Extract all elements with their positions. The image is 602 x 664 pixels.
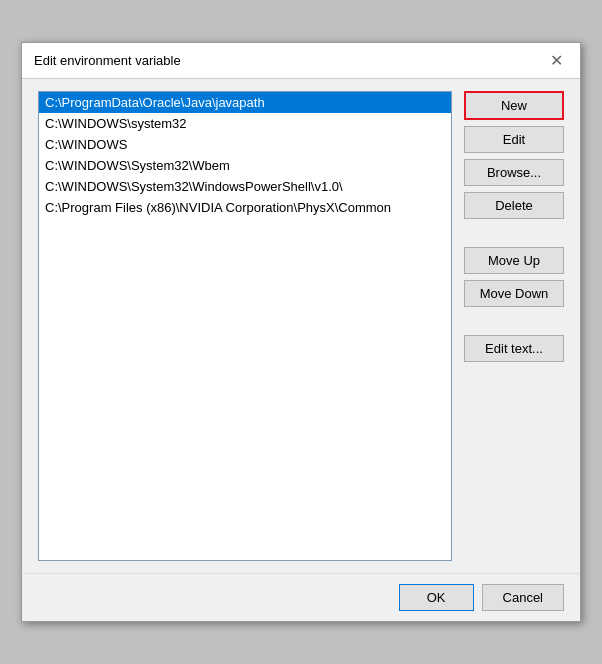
cancel-button[interactable]: Cancel	[482, 584, 564, 611]
new-button[interactable]: New	[464, 91, 564, 120]
spacer2	[464, 313, 564, 329]
list-item[interactable]: C:\WINDOWS\System32\Wbem	[39, 155, 451, 176]
browse-button[interactable]: Browse...	[464, 159, 564, 186]
list-item[interactable]: C:\WINDOWS	[39, 134, 451, 155]
delete-button[interactable]: Delete	[464, 192, 564, 219]
edit-text-button[interactable]: Edit text...	[464, 335, 564, 362]
list-item[interactable]: C:\WINDOWS\system32	[39, 113, 451, 134]
ok-button[interactable]: OK	[399, 584, 474, 611]
list-item[interactable]: C:\ProgramData\Oracle\Java\javapath	[39, 92, 451, 113]
close-button[interactable]: ✕	[544, 49, 568, 73]
title-bar: Edit environment variable ✕	[22, 43, 580, 79]
env-var-list[interactable]: C:\ProgramData\Oracle\Java\javapathC:\WI…	[38, 91, 452, 561]
spacer	[464, 225, 564, 241]
action-buttons-panel: New Edit Browse... Delete Move Up Move D…	[464, 91, 564, 561]
edit-button[interactable]: Edit	[464, 126, 564, 153]
list-item[interactable]: C:\WINDOWS\System32\WindowsPowerShell\v1…	[39, 176, 451, 197]
dialog-title: Edit environment variable	[34, 53, 181, 68]
edit-env-var-dialog: Edit environment variable ✕ C:\ProgramDa…	[21, 42, 581, 622]
dialog-footer: OK Cancel	[22, 573, 580, 621]
move-up-button[interactable]: Move Up	[464, 247, 564, 274]
list-item[interactable]: C:\Program Files (x86)\NVIDIA Corporatio…	[39, 197, 451, 218]
dialog-body: C:\ProgramData\Oracle\Java\javapathC:\WI…	[22, 79, 580, 573]
move-down-button[interactable]: Move Down	[464, 280, 564, 307]
